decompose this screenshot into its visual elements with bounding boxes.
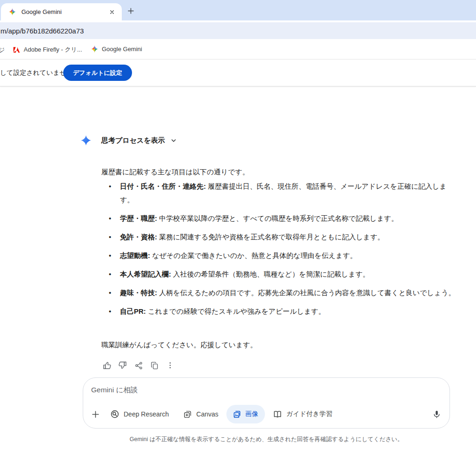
gemini-favicon-icon [91,46,98,53]
image-icon [233,410,241,418]
bookmark-label: Google Gemini [102,46,142,53]
show-thinking-toggle[interactable]: 思考プロセスを表示 [101,136,177,145]
bookmark-google-gemini[interactable]: Google Gemini [91,46,142,53]
list-item: 日付・氏名・住所・連絡先: 履歴書提出日、氏名、現住所、電話番号、メールアドレス… [101,179,456,206]
response-actions [102,360,175,370]
canvas-label: Canvas [196,410,218,418]
share-icon[interactable] [133,360,144,370]
thumbs-down-icon[interactable] [118,360,128,370]
default-browser-banner: して設定されていません デフォルトに設定 [0,59,476,86]
bookmark-label: Adobe Firefly - クリ... [24,46,82,54]
banner-message: して設定されていません [0,69,73,77]
chevron-down-icon [170,137,177,144]
bookmark-adobe-firefly[interactable]: Adobe Firefly - クリ... [13,46,82,54]
browser-toolbar: m/app/b76b182d66220a73 [0,20,476,41]
list-item: 本人希望記入欄: 入社後の希望条件（勤務地、職種など）を簡潔に記載します。 [101,267,456,281]
close-tab-icon[interactable] [107,7,117,17]
response-outro: 職業訓練がんばってください。応援しています。 [101,338,257,351]
response-intro: 履歴書に記載する主な項目は以下の通りです。 [101,165,249,178]
list-item: 自己PR: これまでの経験で得たスキルや強みをアピールします。 [101,304,456,318]
deep-research-label: Deep Research [124,410,169,418]
prompt-input[interactable]: Gemini に相談 [91,385,138,395]
composer-toolbar: Deep Research Canvas 画像 [88,405,443,423]
guided-learning-label: ガイド付き学習 [286,410,332,418]
list-item: 志望動機: なぜその企業で働きたいのか、熱意と具体的な理由を伝えます。 [101,249,456,262]
prompt-composer[interactable]: Gemini に相談 Deep Research Canvas [83,377,450,429]
canvas-icon [183,410,192,419]
guided-learning-button[interactable]: ガイド付き学習 [266,405,339,423]
bookmark-partial-label[interactable]: ジ [0,46,5,54]
canvas-button[interactable]: Canvas [177,405,225,423]
list-item: 免許・資格: 業務に関連する免許や資格を正式名称で取得年月とともに記入します。 [101,230,456,244]
book-icon [273,409,282,419]
bookmarks-bar: ジ Adobe Firefly - クリ... Google Gemini [0,41,476,59]
copy-icon[interactable] [149,360,159,370]
image-label: 画像 [245,410,258,418]
gemini-sparkle-icon [81,135,91,145]
list-item: 学歴・職歴: 中学校卒業以降の学歴と、すべての職歴を時系列で正式名称で記載します… [101,211,456,225]
adobe-logo-icon [13,46,20,53]
add-attachment-icon[interactable] [88,407,102,421]
browser-window: Google Gemini m/app/b76b182d66220a73 ジ A… [0,0,476,449]
response-list: 日付・氏名・住所・連絡先: 履歴書提出日、氏名、現住所、電話番号、メールアドレス… [101,179,456,323]
microphone-icon[interactable] [430,407,443,421]
gemini-favicon-icon [9,8,16,15]
disclaimer-text: Gemini は不正確な情報を表示することがあるため、生成された回答を再確認する… [83,436,450,443]
address-bar[interactable]: m/app/b76b182d66220a73 [0,22,476,39]
tab-google-gemini[interactable]: Google Gemini [1,3,122,20]
image-button[interactable]: 画像 [226,405,265,423]
tab-title: Google Gemini [21,8,62,15]
deep-research-icon [110,409,119,419]
deep-research-button[interactable]: Deep Research [104,405,175,423]
url-text: m/app/b76b182d66220a73 [0,27,84,35]
set-default-button[interactable]: デフォルトに設定 [63,65,132,81]
more-options-icon[interactable] [165,360,175,370]
tab-strip: Google Gemini [0,0,476,20]
list-item: 趣味・特技: 人柄を伝えるための項目です。応募先企業の社風に合う内容を意識して書… [101,286,456,299]
show-thinking-label: 思考プロセスを表示 [101,136,165,145]
new-tab-icon[interactable] [125,5,137,17]
thumbs-up-icon[interactable] [102,360,112,370]
